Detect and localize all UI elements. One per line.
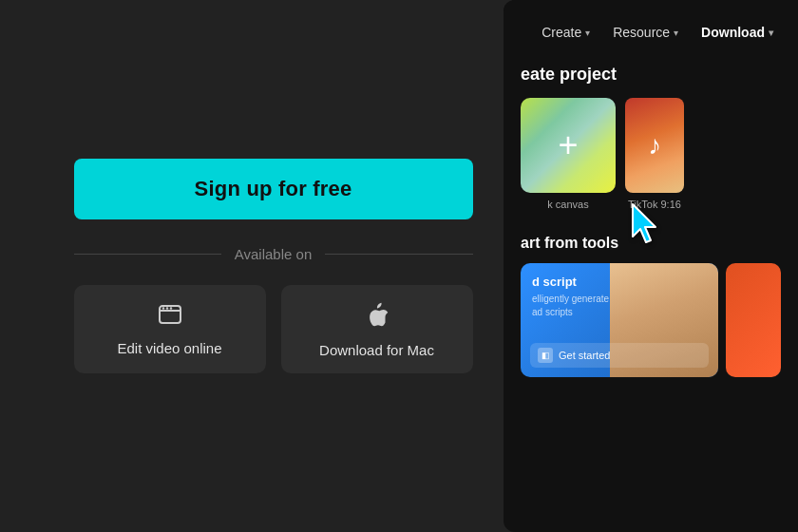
tiktok-thumb-bg: ♪ — [625, 98, 684, 193]
tools-cards: d script elligently generate high- nvert… — [521, 263, 781, 377]
svg-point-4 — [169, 307, 171, 309]
canvas-label: k canvas — [547, 199, 588, 210]
resource-chevron-icon: ▾ — [674, 28, 678, 38]
create-chevron-icon: ▾ — [585, 28, 590, 38]
script-tool-card[interactable]: d script elligently generate high- nvert… — [521, 263, 718, 377]
left-panel: Sign up for free Available on Edit video… — [0, 0, 546, 532]
nav-download[interactable]: Download ▾ — [694, 19, 781, 46]
get-started-icon: ◧ — [538, 348, 553, 363]
nav-bar: Create ▾ Resource ▾ Download ▾ — [504, 0, 798, 65]
tiktok-logo-icon: ♪ — [648, 130, 661, 161]
divider-row: Available on — [74, 246, 473, 262]
platform-buttons: Edit video online Download for Mac — [74, 285, 473, 373]
create-project-section: eate project + k canvas ♪ — [504, 65, 798, 221]
tiktok-thumbnail[interactable]: ♪ — [625, 98, 684, 193]
download-mac-button[interactable]: Download for Mac — [281, 285, 473, 373]
nav-create[interactable]: Create ▾ — [534, 19, 598, 46]
svg-point-3 — [165, 307, 167, 309]
signup-button[interactable]: Sign up for free — [74, 159, 473, 219]
get-started-label: Get started — [559, 350, 610, 361]
canvas-row: + k canvas ♪ TikTok — [521, 98, 781, 210]
orange-tool-card[interactable] — [726, 263, 781, 377]
divider-left — [74, 254, 221, 255]
right-panel: Create ▾ Resource ▾ Download ▾ eate proj… — [504, 0, 798, 532]
get-started-row[interactable]: ◧ Get started — [530, 343, 709, 368]
divider-right — [325, 254, 472, 255]
available-on-label: Available on — [235, 246, 312, 262]
nav-resource[interactable]: Resource ▾ — [605, 19, 686, 46]
add-canvas-button[interactable]: + — [521, 98, 616, 193]
plus-icon: + — [558, 128, 578, 162]
browser-icon — [158, 302, 182, 331]
apple-icon — [366, 302, 389, 332]
edit-online-button[interactable]: Edit video online — [74, 285, 266, 373]
download-mac-label: Download for Mac — [319, 342, 434, 358]
download-chevron-icon: ▾ — [769, 28, 773, 38]
edit-online-label: Edit video online — [117, 340, 221, 356]
svg-point-2 — [162, 307, 163, 309]
create-project-title: eate project — [521, 65, 781, 85]
